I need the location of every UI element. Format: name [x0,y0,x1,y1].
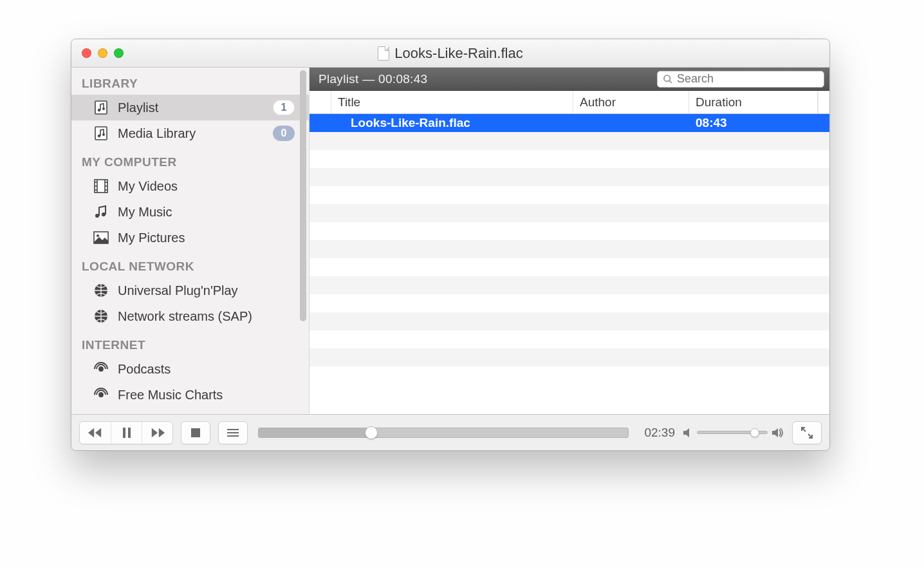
svg-marker-26 [88,428,94,437]
sidebar-item-label: My Music [118,205,295,220]
seek-slider[interactable] [258,428,629,438]
svg-marker-35 [683,428,689,437]
svg-rect-0 [95,101,107,114]
cell-title: Looks-Like-Rain.flac [310,116,573,130]
section-heading: LOCAL NETWORK [71,251,309,278]
playlist-row[interactable] [310,366,829,384]
pause-button[interactable] [111,422,142,444]
elapsed-time[interactable]: 02:39 [639,426,675,440]
playlist-row[interactable] [310,312,829,330]
sidebar-item[interactable]: My Music [71,199,309,225]
stop-button[interactable] [181,422,210,444]
svg-marker-25 [95,428,101,437]
playlist-toggle-group [218,421,248,444]
sidebar-item[interactable]: Universal Plug'n'Play [71,278,309,303]
svg-point-22 [99,393,103,397]
rewind-button[interactable] [80,422,111,444]
playlist-row[interactable] [310,276,829,294]
section-heading: MY COMPUTER [71,146,309,173]
svg-point-2 [102,108,105,110]
film-icon [93,178,109,194]
sidebar-item-label: My Videos [118,179,295,194]
sidebar-item[interactable]: Podcasts [71,356,309,382]
close-window-button[interactable] [82,48,91,58]
sidebar-item-label: Universal Plug'n'Play [118,283,295,298]
globe-icon [93,308,109,324]
player-controls: 02:39 [71,414,829,450]
fullscreen-group [792,421,822,444]
media-library-icon [93,126,109,141]
main-panel: Playlist — 00:08:43 Title Author Duratio… [310,68,829,414]
search-input[interactable] [677,72,826,86]
minimize-window-button[interactable] [98,48,107,58]
zoom-window-button[interactable] [114,48,124,58]
volume-control [683,428,784,438]
svg-line-24 [669,80,672,83]
window-title: Looks-Like-Rain.flac [394,45,522,62]
fullscreen-button[interactable] [793,422,821,444]
sidebar-item[interactable]: My Videos [71,173,309,199]
sidebar[interactable]: LIBRARYPlaylist1Media Library0MY COMPUTE… [71,68,310,414]
sidebar-item[interactable]: Network streams (SAP) [71,303,309,329]
podcast-icon [93,387,109,402]
svg-marker-30 [158,428,164,437]
sidebar-item[interactable]: Playlist1 [71,95,309,120]
window-controls [71,48,124,58]
playlist-row[interactable] [310,132,829,150]
sidebar-scrollbar[interactable] [300,70,306,321]
playlist-row[interactable] [310,168,829,186]
playlist-row[interactable] [310,258,829,276]
svg-rect-31 [191,428,200,437]
playlist-toggle-button[interactable] [219,422,247,444]
playlist-row[interactable] [310,240,829,258]
playlist-header-title: Playlist — 00:08:43 [319,72,427,86]
svg-rect-28 [128,428,131,438]
svg-point-21 [99,367,103,371]
volume-high-icon [772,428,784,438]
search-field[interactable] [657,71,824,88]
sidebar-item-label: Playlist [118,100,273,115]
playlist-columns[interactable]: Title Author Duration [310,91,829,114]
playlist-rows[interactable]: Looks-Like-Rain.flac08:43 [310,114,829,414]
playlist-icon [93,100,109,115]
sidebar-item-label: Media Library [118,126,273,141]
app-window: Looks-Like-Rain.flac LIBRARYPlaylist1Med… [71,39,830,451]
volume-slider[interactable] [697,431,768,434]
search-icon [663,74,673,84]
sidebar-item[interactable]: Free Music Charts [71,382,309,408]
stop-button-group [181,421,210,444]
seek-knob[interactable] [365,426,378,439]
sidebar-item-label: Network streams (SAP) [118,309,295,324]
svg-point-5 [102,133,105,136]
playlist-header: Playlist — 00:08:43 [310,68,829,91]
playlist-row[interactable] [310,150,829,168]
playlist-row[interactable]: Looks-Like-Rain.flac08:43 [310,114,829,132]
playlist-row[interactable] [310,222,829,240]
playlist-row[interactable] [310,186,829,204]
playlist-row[interactable] [310,294,829,312]
sidebar-item-label: Free Music Charts [118,388,295,402]
column-header-duration[interactable]: Duration [689,91,818,113]
sidebar-item[interactable]: Media Library0 [71,120,309,146]
svg-point-23 [664,75,670,81]
playlist-row[interactable] [310,330,829,348]
transport-group [79,421,173,444]
cell-duration: 08:43 [689,116,818,130]
count-badge: 0 [273,126,295,141]
column-header-author[interactable]: Author [573,91,689,113]
svg-marker-29 [151,428,157,437]
section-heading: LIBRARY [71,68,309,95]
seek-fill [259,428,371,437]
playlist-row[interactable] [310,204,829,222]
playlist-row[interactable] [310,348,829,366]
forward-button[interactable] [142,422,172,444]
section-heading: INTERNET [71,329,309,356]
sidebar-item-label: My Pictures [118,231,295,245]
titlebar[interactable]: Looks-Like-Rain.flac [71,39,829,68]
globe-icon [93,283,109,298]
sidebar-item[interactable]: My Pictures [71,225,309,251]
svg-rect-3 [95,127,107,140]
count-badge: 1 [273,100,295,115]
column-header-title[interactable]: Title [331,91,573,113]
volume-knob[interactable] [750,428,759,437]
